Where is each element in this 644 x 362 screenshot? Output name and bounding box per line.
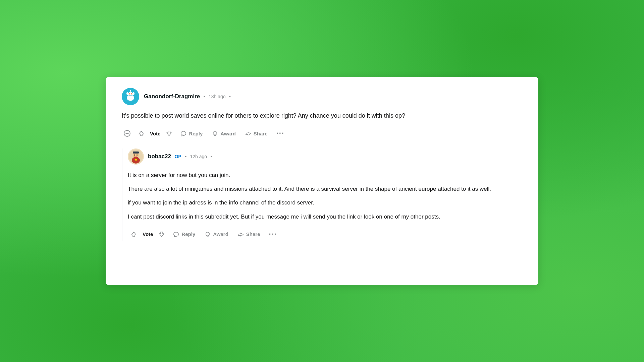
reply-section: bobac22 OP • 12h ago • It is on a server…	[122, 148, 522, 241]
svg-point-18	[137, 155, 138, 156]
nested-username[interactable]: bobac22	[148, 153, 171, 160]
more-button[interactable]: ···	[273, 126, 288, 140]
share-icon	[245, 130, 251, 136]
nested-body-line-4: I cant post discord links in this subred…	[128, 212, 522, 221]
top-comment-body: It's possible to post world saves online…	[122, 111, 522, 120]
downvote-icon	[166, 130, 172, 137]
bobac-avatar-icon	[129, 149, 143, 164]
svg-point-6	[131, 94, 132, 95]
nested-separator2: •	[211, 154, 212, 159]
share-icon	[238, 231, 244, 237]
nested-body-line-1: It is on a server for now but you can jo…	[128, 171, 522, 180]
nested-timestamp: 12h ago	[190, 154, 207, 159]
nested-upvote-button[interactable]	[128, 228, 140, 240]
top-comment-header: Ganondorf-Dragmire • 13h ago •	[122, 88, 522, 105]
reply-button[interactable]: Reply	[176, 128, 207, 139]
top-comment-separator: •	[204, 94, 205, 99]
nested-vote-section: Vote	[128, 228, 168, 240]
nested-comment: bobac22 OP • 12h ago • It is on a server…	[128, 148, 522, 241]
share-button[interactable]: Share	[241, 128, 272, 139]
nested-more-button[interactable]: ···	[266, 227, 280, 241]
svg-point-11	[213, 131, 217, 135]
upvote-icon	[138, 130, 145, 137]
op-badge: OP	[174, 154, 181, 159]
svg-point-4	[132, 92, 135, 95]
top-comment-timestamp: 13h ago	[209, 94, 226, 99]
svg-point-2	[128, 92, 133, 97]
upvote-button[interactable]	[135, 127, 147, 139]
more-dots: ···	[276, 129, 284, 138]
nested-action-bar: Vote Reply	[128, 227, 522, 241]
reply-icon	[173, 231, 179, 237]
svg-point-3	[126, 92, 128, 95]
top-comment-meta: Ganondorf-Dragmire • 13h ago •	[144, 93, 231, 100]
minus-circle-icon	[124, 130, 130, 137]
nested-body-line-3: if you want to join the ip adress is in …	[128, 198, 522, 207]
avatar	[122, 88, 139, 105]
award-icon	[205, 231, 211, 237]
avatar	[128, 148, 144, 165]
nested-award-button[interactable]: Award	[201, 229, 232, 240]
vote-section: Vote	[135, 127, 175, 139]
reply-icon	[180, 130, 186, 136]
top-comment-username[interactable]: Ganondorf-Dragmire	[144, 93, 200, 100]
nested-vote-label: Vote	[141, 231, 154, 237]
downvote-icon	[158, 231, 165, 238]
thread-line	[122, 148, 122, 241]
top-comment-separator2: •	[229, 94, 231, 99]
nested-body-line-2: There are also a lot of minigames and mi…	[128, 184, 522, 193]
svg-point-5	[129, 94, 130, 95]
svg-point-19	[206, 232, 210, 236]
nested-comment-body: It is on a server for now but you can jo…	[128, 171, 522, 221]
nested-separator: •	[185, 154, 186, 159]
snoo-icon	[124, 90, 137, 103]
svg-point-17	[134, 155, 136, 156]
downvote-button[interactable]	[163, 127, 175, 139]
nested-reply-button[interactable]: Reply	[169, 229, 199, 240]
award-button[interactable]: Award	[208, 128, 240, 139]
nested-more-dots: ···	[269, 230, 277, 239]
top-comment-text: It's possible to post world saves online…	[122, 111, 522, 120]
nested-comment-header: bobac22 OP • 12h ago •	[128, 148, 522, 165]
thread-line-container	[122, 148, 122, 241]
svg-rect-16	[133, 152, 139, 154]
collapse-button[interactable]	[122, 128, 132, 139]
top-comment-action-bar: Vote Reply Award	[122, 126, 522, 140]
comment-card: Ganondorf-Dragmire • 13h ago • It's poss…	[106, 77, 538, 285]
top-comment: Ganondorf-Dragmire • 13h ago • It's poss…	[122, 88, 522, 140]
upvote-icon	[130, 231, 137, 238]
award-icon	[212, 130, 218, 136]
nested-comment-meta: bobac22 OP • 12h ago •	[148, 153, 212, 160]
vote-label: Vote	[149, 131, 162, 136]
nested-downvote-button[interactable]	[156, 228, 168, 240]
nested-share-button[interactable]: Share	[234, 229, 264, 240]
